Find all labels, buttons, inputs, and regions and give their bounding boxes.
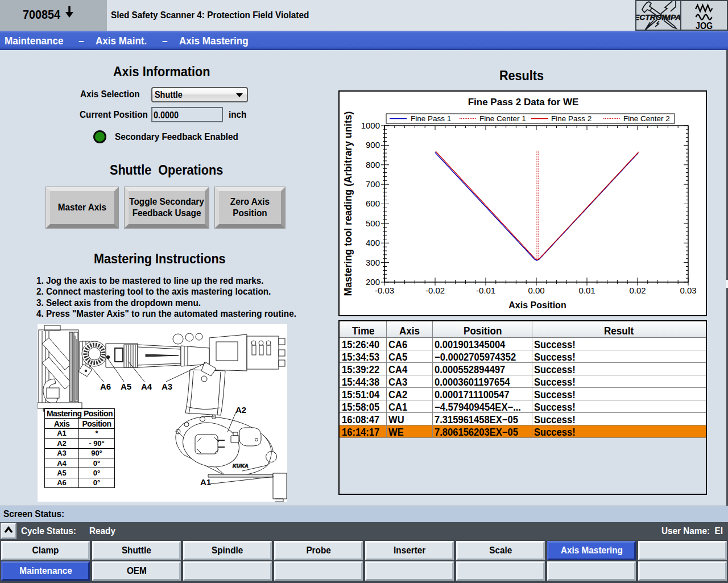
svg-text:0.02: 0.02 (629, 286, 646, 295)
svg-text:700: 700 (366, 179, 380, 189)
svg-text:Fine Pass 1: Fine Pass 1 (411, 114, 451, 123)
svg-text:A1: A1 (200, 477, 211, 487)
svg-text:-0.01: -0.01 (476, 286, 495, 295)
svg-text:-0.03: -0.03 (375, 286, 394, 295)
svg-text:A5: A5 (121, 382, 131, 391)
svg-text:0.03: 0.03 (680, 286, 696, 295)
svg-text:400: 400 (366, 238, 380, 247)
svg-text:0.00: 0.00 (528, 286, 544, 295)
svg-text:A3: A3 (162, 382, 172, 391)
svg-text:KUKA: KUKA (233, 463, 249, 469)
svg-text:Fine Pass 2: Fine Pass 2 (551, 114, 592, 123)
svg-text:Mastering tool reading (Arbitr: Mastering tool reading (Arbitrary units) (342, 111, 354, 296)
svg-text:Fine Center 1: Fine Center 1 (479, 114, 526, 123)
svg-text:300: 300 (366, 258, 380, 267)
svg-text:Axis Position: Axis Position (508, 300, 566, 310)
svg-text:1000: 1000 (361, 121, 380, 130)
svg-text:600: 600 (366, 199, 380, 208)
svg-text:-0.02: -0.02 (425, 286, 445, 295)
svg-text:ECTROIMPA.: ECTROIMPA. (636, 14, 680, 22)
svg-text:Fine Pass 2 Data for WE: Fine Pass 2 Data for WE (468, 97, 579, 107)
svg-text:JOG: JOG (696, 20, 713, 30)
svg-text:800: 800 (366, 160, 380, 169)
svg-text:Fine Center 2: Fine Center 2 (623, 114, 670, 123)
svg-text:500: 500 (366, 218, 380, 228)
svg-text:A2: A2 (235, 405, 246, 415)
svg-text:0.01: 0.01 (578, 286, 595, 295)
svg-text:A6: A6 (100, 382, 111, 391)
svg-text:A4: A4 (141, 382, 152, 391)
svg-text:900: 900 (366, 140, 380, 150)
